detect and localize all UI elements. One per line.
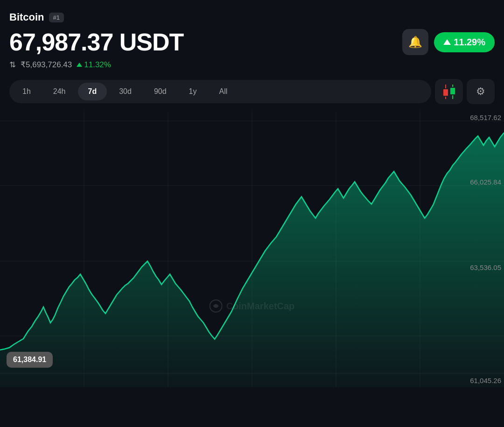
coin-name: Bitcoin	[9, 11, 44, 23]
change-pill-button[interactable]: 11.29%	[434, 32, 495, 52]
tf-7d[interactable]: 7d	[78, 83, 107, 100]
change-percent-label: 11.29%	[454, 37, 485, 48]
chart-svg	[0, 112, 504, 387]
filter-icon: ⚙	[476, 85, 485, 98]
rank-badge: #1	[49, 13, 64, 22]
tf-1y[interactable]: 1y	[179, 83, 207, 100]
candlestick-icon	[443, 85, 455, 99]
timeframe-selector: 1h 24h 7d 30d 90d 1y All	[9, 80, 431, 103]
start-price-badge: 61,384.91	[7, 352, 53, 368]
price-label-mid1: 66,025.84	[470, 178, 501, 186]
watermark: CoinMarketCap	[210, 299, 295, 313]
secondary-change-label: 11.32%	[77, 60, 111, 70]
secondary-price-label: ₹5,693,726.43	[21, 60, 72, 70]
price-display: 67,987.37 USDT	[9, 28, 183, 56]
tf-1h[interactable]: 1h	[12, 83, 41, 100]
arrows-icon: ⇅	[9, 60, 16, 70]
triangle-up-icon	[77, 63, 82, 67]
arrow-up-icon	[443, 39, 451, 45]
price-chart: 68,517.62 66,025.84 63,536.05 61,045.26	[0, 112, 504, 387]
bell-icon: 🔔	[408, 36, 422, 49]
tf-all[interactable]: All	[209, 83, 238, 100]
tf-30d[interactable]: 30d	[109, 83, 142, 100]
filter-button[interactable]: ⚙	[467, 79, 495, 104]
tf-90d[interactable]: 90d	[144, 83, 177, 100]
tf-24h[interactable]: 24h	[43, 83, 76, 100]
candlestick-chart-button[interactable]	[435, 79, 463, 104]
price-label-mid2: 63,536.05	[470, 263, 501, 271]
price-label-low: 61,045.26	[470, 377, 501, 384]
bell-button[interactable]: 🔔	[402, 29, 428, 55]
price-label-high: 68,517.62	[470, 114, 501, 121]
